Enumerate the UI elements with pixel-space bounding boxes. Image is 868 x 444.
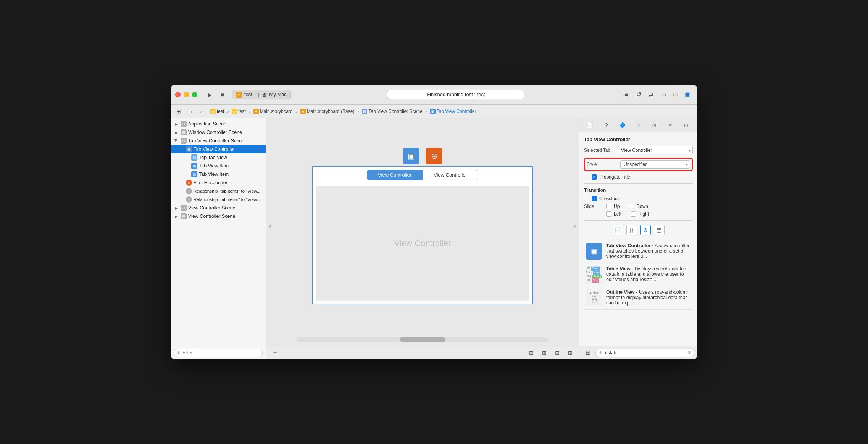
lib-item-outline-view[interactable]: ▶ Matt Jon Kelly Chris (584, 286, 693, 310)
back-button[interactable]: ‹ (187, 107, 196, 116)
lib-media-tab[interactable]: ▤ (654, 225, 665, 235)
sidebar-item-vc-scene-2[interactable]: ▶ ⊟ View Controller Scene (171, 212, 266, 220)
breadcrumb-tab-scene[interactable]: ⊟ Tab View Controller Scene (360, 108, 424, 115)
canvas-nav-right[interactable]: › (574, 222, 576, 230)
assistant-icon[interactable]: ▣ (682, 89, 693, 100)
lib-item-tab-vc[interactable]: ▣ Tab View Controller - A view controlle… (584, 240, 693, 263)
lib-objects-tab[interactable]: ⊕ (640, 225, 651, 235)
filter-input[interactable] (174, 349, 263, 357)
lib-code-tab[interactable]: {} (626, 225, 637, 235)
crossfade-checkbox[interactable]: ✓ (592, 196, 597, 201)
lib-text-table-view: Table View - Displays record-oriented da… (606, 266, 691, 283)
chevron-icon: › (255, 93, 256, 97)
bc-label-test1: test (217, 109, 224, 114)
zoom-fit-icon[interactable]: ⊡ (527, 349, 536, 357)
breadcrumb-storyboard-base[interactable]: A Main.storyboard (Base) (299, 108, 356, 115)
expand-icon: ▶ (174, 205, 179, 211)
sidebar-item-vc-scene-1[interactable]: ▶ ⊟ View Controller Scene (171, 204, 266, 212)
scheme-selector[interactable]: A test › | 🖥 My Mac (232, 90, 291, 99)
sidebar-item-tab-item-1[interactable]: ▶ ▦ Tab View Item (171, 162, 266, 170)
sidebar-footer: ⊕ (171, 346, 266, 359)
toggle-sidebar-icon[interactable]: ▭ (271, 349, 279, 357)
tab-button-2[interactable]: View Controller (423, 170, 478, 180)
style-select-wrap: Unspecified Top Tabs Bottom Tabs Left Ta… (620, 160, 690, 169)
code-review-icon[interactable]: ≡ (621, 89, 632, 100)
help-inspector-tab[interactable]: ? (602, 120, 611, 130)
sidebar-item-first-responder[interactable]: ▶ ⊕ First Responder (171, 179, 266, 187)
tab-button-1[interactable]: View Controller (367, 170, 423, 180)
sidebar-item-app-scene[interactable]: ▶ ⊟ Application Scene (171, 120, 266, 128)
sidebar-item-tab-scene[interactable]: ▶ ⊟ Tab View Controller Scene (171, 137, 266, 145)
close-button[interactable] (175, 92, 181, 97)
slide-options-2: Left Right (606, 211, 649, 217)
sidebar-item-tab-vc[interactable]: ▶ ▣ Tab View Controller (171, 145, 266, 153)
propagate-title-checkbox[interactable]: ✓ (592, 174, 597, 180)
navigator-toggle[interactable]: ⊞ (174, 107, 183, 116)
lib-item-table-view[interactable]: Jon Clear Chris Blue Kelly Green (584, 263, 693, 286)
filter-icon: ⊕ (177, 350, 181, 356)
slide-down-checkbox[interactable] (629, 204, 634, 209)
maximize-button[interactable] (192, 92, 197, 97)
sidebar-item-relationship-1[interactable]: ▶ → Relationship "tab items" to "View... (171, 187, 266, 195)
grid-view-icon[interactable]: ⊞ (582, 347, 593, 358)
breadcrumb-test-folder[interactable]: 📁 test (209, 108, 226, 115)
tab-vc-scene-icon[interactable]: ▣ (403, 148, 419, 164)
blame-icon[interactable]: ↺ (633, 89, 644, 100)
canvas-nav-left[interactable]: ‹ (269, 222, 271, 230)
main-content: ▶ ⊟ Application Scene ▶ ⊟ Window Control… (171, 118, 697, 359)
identity-inspector-tab[interactable]: 🔷 (618, 120, 628, 130)
sidebar-item-window-scene[interactable]: ▶ ⊟ Window Controller Scene (171, 128, 266, 137)
tree-label: Tab View Controller (194, 146, 235, 152)
first-responder-scene-icon[interactable]: ⊕ (426, 148, 442, 164)
slide-up-checkbox[interactable] (606, 204, 611, 209)
attributes-inspector-tab[interactable]: ≡ (633, 120, 643, 130)
breadcrumb-test-subfolder[interactable]: 📁 test (230, 108, 247, 115)
scene-icon-3: ⊟ (181, 213, 187, 219)
breadcrumb-nav: ‹ › (187, 107, 205, 116)
standard-editor-icon[interactable]: ▭ (658, 89, 668, 100)
slide-down-opt: Down (629, 204, 648, 209)
slide-right-opt: Right (631, 211, 649, 217)
selected-tab-select[interactable]: View Controller (618, 146, 693, 154)
search-clear-icon[interactable]: ✕ (687, 350, 691, 356)
run-button[interactable]: ▶ (204, 89, 215, 100)
folder-icon-2: 📁 (232, 109, 237, 114)
navigation-icon[interactable]: ⇄ (645, 89, 656, 100)
tab-view-container: View Controller View Controller View Con… (312, 166, 533, 304)
tab-header: View Controller View Controller (313, 167, 532, 183)
outline-mini: ▶ Matt Jon Kelly Chris (589, 291, 599, 305)
style-select-row: Style Unspecified Top Tabs Bottom Tabs L… (584, 158, 693, 171)
scheme-name: test (244, 92, 252, 97)
sidebar-item-relationship-2[interactable]: ▶ → Relationship "tab items" to "View... (171, 195, 266, 204)
size-inspector-tab[interactable]: ⊟ (681, 120, 691, 130)
sidebar-item-tab-item-2[interactable]: ▶ ▦ Tab View Item (171, 170, 266, 179)
style-select[interactable]: Unspecified Top Tabs Bottom Tabs Left Ta… (620, 160, 690, 169)
canvas-icon[interactable]: ▭ (670, 89, 681, 100)
slide-left-checkbox[interactable] (606, 211, 611, 217)
bindings-inspector-tab[interactable]: ≈ (665, 120, 675, 130)
bc-sep-2: › (249, 109, 250, 114)
main-window: ▶ ■ A test › | 🖥 My Mac Finished running… (171, 85, 697, 359)
slide-right-label: Right (638, 211, 649, 217)
tree-label: First Responder (194, 180, 227, 185)
minimize-button[interactable] (184, 92, 189, 97)
tab-content: View Controller (316, 186, 529, 301)
filter-wrap: ⊕ (174, 349, 263, 357)
sidebar-item-top-tab[interactable]: ▶ ▤ Top Tab View (171, 153, 266, 162)
zoom-equal-icon[interactable]: ⊞ (540, 349, 549, 357)
stop-button[interactable]: ■ (217, 89, 228, 100)
connections-inspector-tab[interactable]: ⊕ (649, 120, 659, 130)
expand-icon: ▶ (174, 121, 179, 127)
lib-doc-tab[interactable]: 📄 (613, 225, 623, 235)
breadcrumb-storyboard[interactable]: A Main.storyboard (252, 108, 294, 115)
library-search-input[interactable] (595, 349, 694, 357)
tree-label: Window Controller Scene (188, 130, 242, 135)
rulers-icon[interactable]: ⊞ (566, 349, 574, 357)
zoom-frame-icon[interactable]: ⊟ (553, 349, 561, 357)
forward-button[interactable]: › (197, 107, 205, 116)
breadcrumb-tab-vc[interactable]: ▣ Tab View Controller (429, 108, 478, 115)
canvas-scrollbar[interactable] (297, 337, 549, 342)
canvas-scroll[interactable]: ‹ ▣ ⊕ View Controller View Controller Vi… (266, 118, 579, 333)
file-inspector-tab[interactable]: 📄 (586, 120, 595, 130)
slide-right-checkbox[interactable] (631, 211, 636, 217)
